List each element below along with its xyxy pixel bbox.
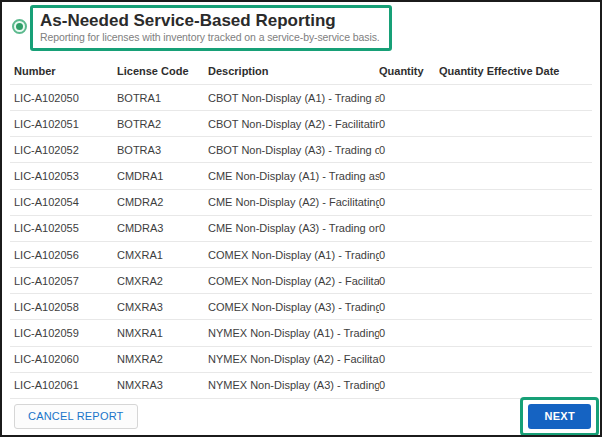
cell-description: CME Non-Display (A2) - Facilitating Cli.… <box>208 196 379 208</box>
cell-license-code: CMXRA2 <box>117 275 208 287</box>
cell-quantity: 0 <box>379 92 439 104</box>
cell-license-code: NMXRA2 <box>117 353 208 365</box>
cell-description: COMEX Non-Display (A2) - Facilitating... <box>208 275 379 287</box>
cell-license-code: CMDRA3 <box>117 222 208 234</box>
table-row[interactable]: LIC-A102054 CMDRA2 CME Non-Display (A2) … <box>10 190 592 216</box>
page-subtitle: Reporting for licenses with inventory tr… <box>40 31 380 44</box>
cell-number: LIC-A102058 <box>14 301 117 313</box>
cell-license-code: CMDRA2 <box>117 196 208 208</box>
as-needed-reporting-panel: As-Needed Service-Based Reporting Report… <box>0 0 602 437</box>
next-highlight-box: NEXT <box>520 397 599 436</box>
table-row[interactable]: LIC-A102061 NMXRA3 NYMEX Non-Display (A3… <box>10 373 592 399</box>
cell-quantity: 0 <box>379 379 439 391</box>
table-row[interactable]: LIC-A102058 CMXRA3 COMEX Non-Display (A3… <box>10 294 592 320</box>
cell-description: NYMEX Non-Display (A3) - Trading on ... <box>208 379 379 391</box>
cell-quantity: 0 <box>379 170 439 182</box>
cell-quantity: 0 <box>379 301 439 313</box>
radio-selected-dot-icon <box>16 23 23 30</box>
column-header-description: Description <box>208 65 379 77</box>
cell-number: LIC-A102052 <box>14 144 117 156</box>
cell-license-code: BOTRA2 <box>117 118 208 130</box>
cell-number: LIC-A102050 <box>14 92 117 104</box>
table-row[interactable]: LIC-A102051 BOTRA2 CBOT Non-Display (A2)… <box>10 111 592 137</box>
cell-license-code: BOTRA1 <box>117 92 208 104</box>
cancel-report-button[interactable]: CANCEL REPORT <box>14 404 138 429</box>
cell-number: LIC-A102055 <box>14 222 117 234</box>
license-table: Number License Code Description Quantity… <box>10 57 592 399</box>
cell-quantity: 0 <box>379 353 439 365</box>
cell-description: COMEX Non-Display (A3) - Trading on ... <box>208 301 379 313</box>
cell-number: LIC-A102061 <box>14 379 117 391</box>
cell-description: CME Non-Display (A3) - Trading on Alt... <box>208 222 379 234</box>
table-row[interactable]: LIC-A102052 BOTRA3 CBOT Non-Display (A3)… <box>10 137 592 163</box>
cell-quantity: 0 <box>379 144 439 156</box>
column-header-license-code: License Code <box>117 65 208 77</box>
cell-description: NYMEX Non-Display (A1) - Trading as ... <box>208 327 379 339</box>
table-header-row: Number License Code Description Quantity… <box>10 57 592 85</box>
cell-quantity: 0 <box>379 275 439 287</box>
cell-description: CBOT Non-Display (A2) - Facilitating C..… <box>208 118 379 130</box>
cell-number: LIC-A102056 <box>14 249 117 261</box>
column-header-number: Number <box>14 65 117 77</box>
report-type-radio[interactable] <box>12 19 27 34</box>
cell-description: CBOT Non-Display (A1) - Trading as a ... <box>208 92 379 104</box>
cell-description: CBOT Non-Display (A3) - Trading on Al... <box>208 144 379 156</box>
table-row[interactable]: LIC-A102057 CMXRA2 COMEX Non-Display (A2… <box>10 268 592 294</box>
column-header-quantity: Quantity <box>379 65 439 77</box>
cell-number: LIC-A102060 <box>14 353 117 365</box>
cell-license-code: NMXRA1 <box>117 327 208 339</box>
column-header-quantity-effective-date: Quantity Effective Date <box>439 65 592 77</box>
cell-description: COMEX Non-Display (A1) - Trading as ... <box>208 249 379 261</box>
table-row[interactable]: LIC-A102053 CMDRA1 CME Non-Display (A1) … <box>10 163 592 189</box>
cell-quantity: 0 <box>379 196 439 208</box>
cell-description: NYMEX Non-Display (A2) - Facilitating ..… <box>208 353 379 365</box>
cell-number: LIC-A102059 <box>14 327 117 339</box>
table-body: LIC-A102050 BOTRA1 CBOT Non-Display (A1)… <box>10 85 592 399</box>
report-type-header: As-Needed Service-Based Reporting Report… <box>2 2 600 57</box>
cell-quantity: 0 <box>379 327 439 339</box>
table-row[interactable]: LIC-A102060 NMXRA2 NYMEX Non-Display (A2… <box>10 347 592 373</box>
cell-quantity: 0 <box>379 249 439 261</box>
table-row[interactable]: LIC-A102056 CMXRA1 COMEX Non-Display (A1… <box>10 242 592 268</box>
cell-number: LIC-A102057 <box>14 275 117 287</box>
cell-license-code: CMXRA3 <box>117 301 208 313</box>
cell-number: LIC-A102051 <box>14 118 117 130</box>
footer-bar: CANCEL REPORT NEXT <box>2 399 600 435</box>
next-button[interactable]: NEXT <box>528 404 591 429</box>
table-row[interactable]: LIC-A102055 CMDRA3 CME Non-Display (A3) … <box>10 216 592 242</box>
cell-license-code: BOTRA3 <box>117 144 208 156</box>
title-highlight-box: As-Needed Service-Based Reporting Report… <box>30 5 392 51</box>
cell-description: CME Non-Display (A1) - Trading as a ... <box>208 170 379 182</box>
table-row[interactable]: LIC-A102059 NMXRA1 NYMEX Non-Display (A1… <box>10 320 592 346</box>
cell-quantity: 0 <box>379 222 439 234</box>
table-row[interactable]: LIC-A102050 BOTRA1 CBOT Non-Display (A1)… <box>10 85 592 111</box>
cell-license-code: CMDRA1 <box>117 170 208 182</box>
cell-license-code: CMXRA1 <box>117 249 208 261</box>
cell-number: LIC-A102054 <box>14 196 117 208</box>
page-title: As-Needed Service-Based Reporting <box>40 10 380 31</box>
cell-quantity: 0 <box>379 118 439 130</box>
cell-number: LIC-A102053 <box>14 170 117 182</box>
cell-license-code: NMXRA3 <box>117 379 208 391</box>
